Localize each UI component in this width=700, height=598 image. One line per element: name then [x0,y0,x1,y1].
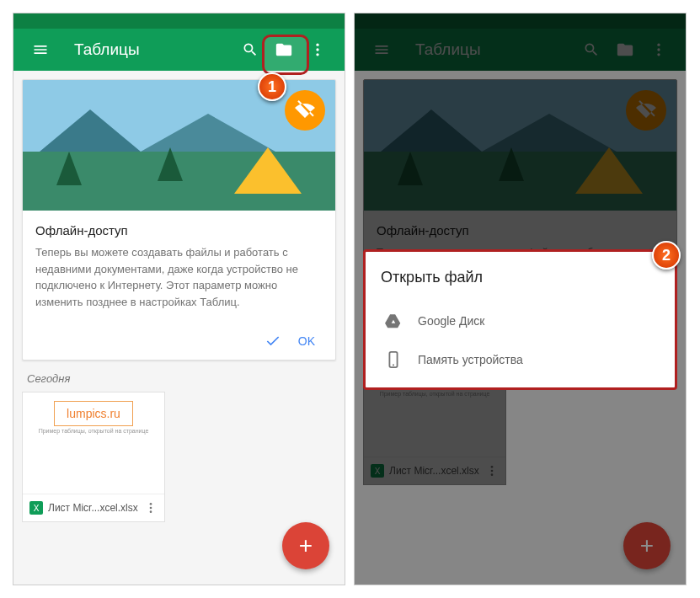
ok-button[interactable]: OK [288,328,325,355]
thumb-title: lumpics.ru [54,401,133,426]
dialog-title: Открыть файл [381,269,660,286]
dialog-item-google-drive[interactable]: Google Диск [381,302,660,340]
thumb-subtitle: Пример таблицы, открытой на странице [39,428,149,434]
status-bar [13,13,345,29]
phone-screen-left: Таблицы 1 Офлайн-доступ Теперь [13,13,345,585]
annotation-1: 1 [258,72,286,101]
offline-card: Офлайн-доступ Теперь вы можете создавать… [22,79,336,360]
svg-point-2 [316,53,318,56]
folder-button-highlight [262,35,309,75]
card-text: Теперь вы можете создавать файлы и работ… [35,244,323,310]
svg-point-4 [150,507,152,510]
file-card[interactable]: lumpics.ru Пример таблицы, открытой на с… [22,392,165,522]
open-file-dialog: Открыть файл Google Диск Память устройст… [363,249,677,390]
annotation-2: 2 [652,241,681,270]
fab-add-button[interactable]: + [282,522,329,569]
content-area: Офлайн-доступ Теперь вы можете создавать… [13,71,345,531]
dialog-item-label: Память устройства [418,353,523,366]
card-illustration [23,80,335,211]
phone-screen-right: Таблицы Офлайн-доступ Теперь вы мож [354,13,687,585]
section-today: Сегодня [22,360,336,392]
menu-icon[interactable] [24,33,57,67]
svg-point-0 [316,44,318,46]
offline-badge-icon [285,90,325,131]
check-icon [265,333,281,350]
svg-point-3 [150,503,152,505]
app-title: Таблицы [74,40,233,59]
sheets-file-icon: X [29,501,43,515]
file-thumbnail: lumpics.ru Пример таблицы, открытой на с… [23,392,164,494]
card-title: Офлайн-доступ [35,223,323,238]
svg-point-5 [150,510,152,513]
google-drive-icon [384,312,403,330]
dialog-item-label: Google Диск [418,314,484,328]
phone-icon [384,350,403,369]
dialog-item-device-storage[interactable]: Память устройства [381,340,660,379]
file-more-icon[interactable] [144,501,158,515]
svg-point-1 [316,48,318,51]
file-name: Лист Micr...xcel.xlsx [48,502,139,514]
